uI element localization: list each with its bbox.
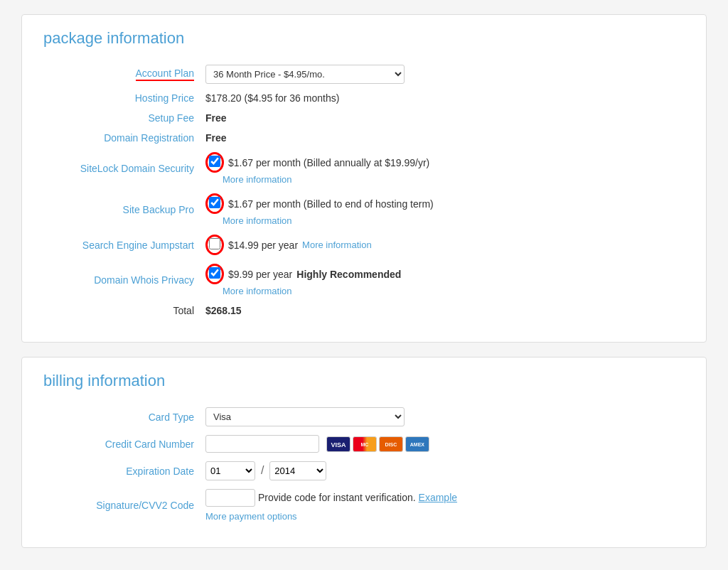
- site-backup-circle: [205, 193, 224, 214]
- domain-whois-more-info[interactable]: More information: [223, 286, 679, 296]
- mastercard-icon: MC: [353, 436, 377, 452]
- search-engine-checkbox[interactable]: [209, 238, 220, 249]
- hosting-price-label: Hosting Price: [43, 88, 200, 108]
- package-form-table: Account Plan 36 Month Price - $4.95/mo. …: [43, 60, 685, 321]
- billing-form-table: Card Type Visa MasterCard Discover Ameri…: [43, 403, 685, 526]
- site-backup-checkbox[interactable]: [209, 197, 220, 208]
- package-information-section: package information Account Plan 36 Mont…: [21, 14, 707, 343]
- card-type-value: Visa MasterCard Discover American Expres…: [200, 403, 685, 431]
- more-payment-options-link[interactable]: More payment options: [205, 511, 297, 522]
- site-backup-value: $1.67 per month (Billed to end of hostin…: [200, 189, 685, 230]
- card-type-select[interactable]: Visa MasterCard Discover American Expres…: [205, 407, 405, 426]
- domain-whois-row: Domain Whois Privacy $9.99 per year High…: [43, 259, 685, 301]
- expiration-label: Expiration Date: [43, 457, 200, 485]
- total-value: $268.15: [200, 301, 685, 321]
- total-label: Total: [43, 301, 200, 321]
- amex-icon: AMEX: [405, 436, 429, 452]
- credit-card-label: Credit Card Number: [43, 431, 200, 457]
- credit-card-input[interactable]: [205, 435, 319, 453]
- setup-fee-value: Free: [200, 108, 685, 128]
- search-engine-label: Search Engine Jumpstart: [43, 230, 200, 259]
- billing-section-title: billing information: [43, 372, 685, 390]
- expiration-month-select[interactable]: 01020304 05060708 09101112: [205, 461, 255, 480]
- cvv-value: Provide code for instant verification. E…: [200, 485, 685, 526]
- expiration-year-select[interactable]: 2014201520162017 201820192020: [269, 461, 326, 480]
- account-plan-row: Account Plan 36 Month Price - $4.95/mo. …: [43, 60, 685, 88]
- site-backup-row: Site Backup Pro $1.67 per month (Billed …: [43, 189, 685, 230]
- sitelock-row: SiteLock Domain Security $1.67 per month…: [43, 148, 685, 189]
- domain-registration-row: Domain Registration Free: [43, 128, 685, 148]
- discover-icon: DISC: [379, 436, 403, 452]
- sitelock-label: SiteLock Domain Security: [43, 148, 200, 189]
- setup-fee-row: Setup Fee Free: [43, 108, 685, 128]
- sitelock-more-info[interactable]: More information: [223, 174, 679, 185]
- domain-whois-label: Domain Whois Privacy: [43, 259, 200, 301]
- cvv-description: Provide code for instant verification.: [258, 492, 416, 503]
- cvv-example-link[interactable]: Example: [419, 492, 457, 503]
- visa-icon: VISA: [326, 436, 350, 452]
- cvv-label: Signature/CVV2 Code: [43, 485, 200, 526]
- sitelock-value: $1.67 per month (Billed annually at $19.…: [200, 148, 685, 189]
- account-plan-label: Account Plan: [43, 60, 200, 88]
- hosting-price-row: Hosting Price $178.20 ($4.95 for 36 mont…: [43, 88, 685, 108]
- card-icons: VISA MC DISC AMEX: [326, 436, 429, 452]
- account-plan-value: 36 Month Price - $4.95/mo. 12 Month Pric…: [200, 60, 685, 88]
- account-plan-underline: Account Plan: [136, 68, 195, 81]
- hosting-price-value: $178.20 ($4.95 for 36 months): [200, 88, 685, 108]
- cvv-row: Signature/CVV2 Code Provide code for ins…: [43, 485, 685, 526]
- site-backup-label: Site Backup Pro: [43, 189, 200, 230]
- account-plan-select[interactable]: 36 Month Price - $4.95/mo. 12 Month Pric…: [205, 65, 405, 84]
- expiration-value: 01020304 05060708 09101112 / 20142015201…: [200, 457, 685, 485]
- total-row: Total $268.15: [43, 301, 685, 321]
- search-engine-row: Search Engine Jumpstart $14.99 per year …: [43, 230, 685, 259]
- setup-fee-label: Setup Fee: [43, 108, 200, 128]
- search-engine-circle: [205, 235, 224, 255]
- domain-whois-circle: [205, 264, 224, 284]
- billing-information-section: billing information Card Type Visa Maste…: [21, 357, 707, 548]
- domain-whois-value: $9.99 per year Highly Recommended More i…: [200, 259, 685, 301]
- expiration-separator: /: [261, 464, 264, 476]
- search-engine-value: $14.99 per year More information: [200, 230, 685, 259]
- domain-registration-label: Domain Registration: [43, 128, 200, 148]
- search-engine-more-info[interactable]: More information: [302, 240, 372, 250]
- domain-registration-value: Free: [200, 128, 685, 148]
- credit-card-row: Credit Card Number VISA MC DISC AMEX: [43, 431, 685, 457]
- site-backup-more-info[interactable]: More information: [223, 215, 679, 226]
- card-type-label: Card Type: [43, 403, 200, 431]
- sitelock-checkbox[interactable]: [209, 156, 220, 167]
- domain-whois-checkbox[interactable]: [209, 267, 220, 279]
- package-section-title: package information: [43, 29, 685, 48]
- credit-card-value: VISA MC DISC AMEX: [200, 431, 685, 457]
- expiration-row: Expiration Date 01020304 05060708 091011…: [43, 457, 685, 485]
- card-type-row: Card Type Visa MasterCard Discover Ameri…: [43, 403, 685, 431]
- sitelock-circle: [205, 152, 224, 173]
- cvv-input[interactable]: [205, 489, 255, 507]
